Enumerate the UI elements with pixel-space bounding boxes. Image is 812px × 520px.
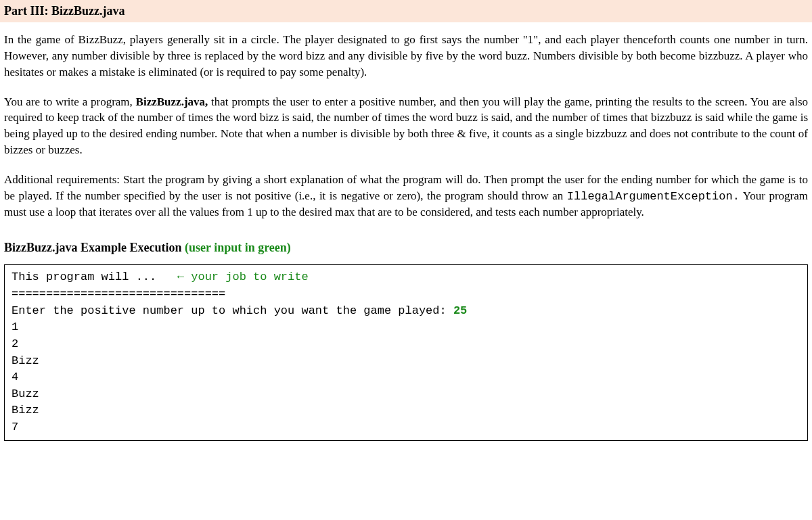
console-line-intro: This program will ... ← your job to writ… (12, 269, 800, 286)
console-divider: =============================== (12, 286, 800, 303)
your-job-annotation: ← your job to write (177, 270, 309, 283)
paragraph-requirements: Additional requirements: Start the progr… (4, 172, 808, 220)
output-line: 7 (12, 419, 800, 436)
program-will-text: This program will ... (12, 270, 177, 283)
example-heading-green: (user input in green) (185, 241, 291, 254)
console-output-box: This program will ... ← your job to writ… (4, 264, 808, 440)
output-line: Bizz (12, 402, 800, 419)
p2-bold-filename: BizzBuzz.java, (136, 95, 208, 108)
example-heading-main: BizzBuzz.java Example Execution (4, 241, 185, 254)
paragraph-intro: In the game of BizzBuzz, players general… (4, 32, 808, 80)
content-block: In the game of BizzBuzz, players general… (0, 32, 812, 441)
paragraph-1-text: In the game of BizzBuzz, players general… (4, 33, 808, 78)
output-line: 1 (12, 319, 800, 336)
prompt-text: Enter the positive number up to which yo… (12, 304, 453, 317)
section-header: Part III: BizzBuzz.java (0, 0, 812, 22)
paragraph-task: You are to write a program, BizzBuzz.jav… (4, 94, 808, 158)
section-title: Part III: BizzBuzz.java (4, 4, 125, 18)
example-execution-header: BizzBuzz.java Example Execution (user in… (4, 239, 808, 256)
output-line: 4 (12, 369, 800, 386)
p2-prefix: You are to write a program, (4, 95, 136, 108)
output-line: 2 (12, 336, 800, 353)
output-line: Bizz (12, 353, 800, 370)
p3-exception-name: IllegalArgumentException. (567, 190, 740, 203)
output-line: Buzz (12, 386, 800, 403)
user-input-value: 25 (453, 304, 467, 317)
console-prompt-line: Enter the positive number up to which yo… (12, 303, 800, 320)
